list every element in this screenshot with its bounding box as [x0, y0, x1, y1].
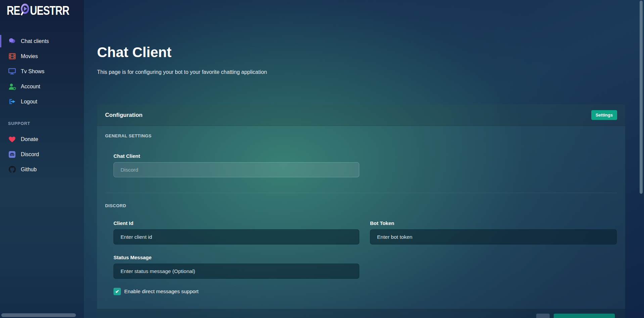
logout-icon	[8, 98, 16, 105]
sidebar-item-github[interactable]: Github	[0, 162, 84, 177]
client-id-field-group: Client Id	[113, 220, 359, 244]
sidebar-item-account[interactable]: Account	[0, 79, 84, 94]
section-divider	[105, 193, 617, 193]
support-section-header: SUPPORT	[8, 121, 30, 126]
sidebar-item-chat-clients[interactable]: Chat clients	[0, 34, 84, 49]
discord-icon	[8, 151, 16, 158]
sidebar-item-tv-shows[interactable]: Tv Shows	[0, 64, 84, 79]
sidebar-item-label: Discord	[21, 151, 39, 157]
settings-button[interactable]: Settings	[591, 110, 617, 120]
configuration-card-footer	[97, 309, 625, 318]
client-id-input[interactable]	[113, 229, 359, 244]
configuration-card: Configuration Settings GENERAL SETTINGS …	[97, 104, 625, 318]
github-icon	[8, 166, 16, 173]
discord-settings-heading: DISCORD	[105, 203, 617, 208]
dm-support-label: Enable direct messages support	[124, 288, 198, 294]
dm-support-row: Enable direct messages support	[113, 288, 617, 295]
app-logo[interactable]: RE UESTRR	[0, 0, 84, 17]
sidebar-item-label: Movies	[21, 53, 38, 59]
status-message-field-group: Status Message	[113, 255, 359, 279]
sidebar-item-donate[interactable]: Donate	[0, 132, 84, 147]
sidebar-item-label: Github	[21, 167, 37, 173]
configuration-title: Configuration	[105, 112, 142, 119]
status-message-input[interactable]	[113, 264, 359, 279]
page-subtitle: This page is for configuring your bot to…	[97, 69, 267, 75]
sidebar: RE UESTRR	[0, 0, 84, 318]
sidebar-item-logout[interactable]: Logout	[0, 94, 84, 109]
secondary-action-button-partial[interactable]	[536, 314, 550, 318]
sidebar-item-label: Chat clients	[21, 38, 49, 44]
main-content: Chat Client This page is for configuring…	[84, 0, 644, 318]
sidebar-item-movies[interactable]: Movies	[0, 49, 84, 64]
chat-client-field-group: Chat Client	[113, 153, 359, 177]
dm-support-checkbox[interactable]	[113, 288, 121, 295]
configuration-card-header: Configuration Settings	[97, 104, 625, 126]
sidebar-item-label: Logout	[21, 99, 37, 105]
sidebar-item-label: Donate	[21, 136, 38, 142]
heart-icon	[8, 136, 16, 143]
logo-prefix: RE	[7, 4, 20, 18]
sidebar-item-label: Account	[21, 84, 40, 90]
support-nav: Donate Discord Github	[0, 132, 84, 177]
user-shield-icon	[8, 83, 16, 90]
general-settings-heading: GENERAL SETTINGS	[105, 133, 617, 138]
configuration-card-body: GENERAL SETTINGS Chat Client DISCORD Cli…	[97, 133, 625, 295]
save-changes-button-partial[interactable]	[554, 314, 615, 318]
vertical-scrollbar-thumb[interactable]	[640, 1, 643, 194]
bot-token-label: Bot Token	[370, 220, 617, 226]
logo-q-play-icon	[20, 3, 30, 19]
film-icon	[8, 53, 16, 59]
chat-client-input	[113, 162, 359, 177]
logo-suffix: UESTRR	[30, 4, 69, 18]
sidebar-item-label: Tv Shows	[21, 69, 44, 75]
client-id-label: Client Id	[113, 220, 359, 226]
sidebar-nav: Chat clients Movies	[0, 34, 84, 109]
app-logo-text: RE UESTRR	[7, 2, 69, 19]
chat-bubbles-icon	[8, 38, 16, 45]
tv-icon	[8, 68, 16, 75]
bot-token-field-group: Bot Token	[370, 220, 617, 244]
sidebar-item-discord[interactable]: Discord	[0, 147, 84, 162]
status-message-label: Status Message	[113, 255, 359, 260]
page-title: Chat Client	[97, 44, 172, 60]
bot-token-input[interactable]	[370, 229, 617, 244]
chat-client-label: Chat Client	[113, 153, 359, 159]
horizontal-scrollbar-thumb[interactable]	[1, 313, 76, 317]
